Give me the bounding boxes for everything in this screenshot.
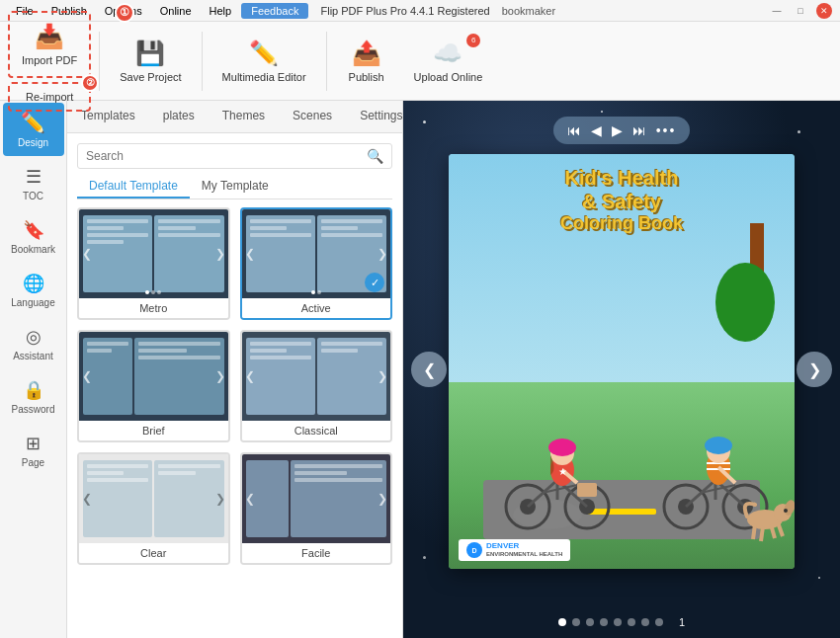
book-title-area: Kid's Health & Safety Coloring Book [449,166,795,234]
search-icon: 🔍 [367,148,383,164]
active-nav-right-icon: ❯ [378,247,387,261]
star-5 [601,111,603,113]
search-bar[interactable]: 🔍 [77,143,392,169]
book-title-line1: Kid's Health [449,166,795,190]
toolbar: ① 📥 Import PDF ② Re-import 💾 Save Projec… [0,22,840,101]
sidebar-item-bookmark[interactable]: 🔖 Bookmark [3,211,64,263]
sidebar-item-language-label: Language [11,297,55,308]
sidebar-item-language[interactable]: 🌐 Language [3,265,64,316]
menu-help[interactable]: Help [202,3,240,19]
save-project-icon: 💾 [135,40,165,67]
template-classical[interactable]: ❮ ❯ Classical [240,330,393,442]
preview-area: ⏮ ◀ ▶ ⏭ ••• Kid's Health & Safety [403,101,840,638]
book-illustration: ★ [449,347,795,544]
svg-rect-9 [577,483,597,497]
svg-line-34 [761,526,763,541]
panel-tabs: Templates plates Themes Scenes Settings [67,101,402,133]
play-next-button[interactable]: ▶ [612,122,623,138]
maximize-button[interactable]: □ [793,3,808,19]
template-brief-label: Brief [79,421,228,440]
menu-feedback[interactable]: Feedback [241,3,308,19]
sidebar-item-password-label: Password [12,404,55,415]
preview-dot-2[interactable] [572,618,580,626]
template-metro-thumb: ❮ ❯ [79,209,228,298]
import-group: ① 📥 Import PDF ② Re-import [8,11,91,112]
book-title-line2: & Safety [449,190,795,213]
page-icon: ⊞ [26,433,41,454]
tab-scenes[interactable]: Scenes [279,101,346,132]
star-1 [423,120,426,123]
sidebar-item-assistant[interactable]: ◎ Assistant [3,318,64,369]
play-more-button[interactable]: ••• [656,122,677,138]
preview-dot-1[interactable] [558,618,566,626]
preview-nav-right-button[interactable]: ❯ [797,352,832,387]
user-name: bookmaker [502,5,555,17]
classical-nav-right-icon: ❯ [378,369,387,383]
denver-sub: ENVIRONMENTAL HEALTH [486,551,562,558]
search-input[interactable] [86,149,363,163]
template-clear-label: Clear [79,543,228,563]
tab-plates[interactable]: plates [149,101,209,132]
toc-icon: ☰ [26,166,42,188]
tab-themes[interactable]: Themes [209,101,279,132]
main-layout: ✏️ Design ☰ TOC 🔖 Bookmark 🌐 Language ◎ … [0,101,840,638]
preview-dot-5[interactable] [614,618,622,626]
sidebar-item-toc[interactable]: ☰ TOC [3,158,64,209]
reimport-button[interactable]: ② Re-import [8,82,91,112]
template-active-label: Active [242,298,391,318]
preview-dot-8[interactable] [655,618,663,626]
template-clear-thumb: ❮ ❯ [79,454,228,543]
sidebar-item-toc-label: TOC [23,191,43,201]
subtab-default[interactable]: Default Template [77,175,190,199]
sidebar-item-page[interactable]: ⊞ Page [3,425,64,476]
template-brief[interactable]: ❮ ❯ Brief [77,330,230,442]
template-metro[interactable]: ❮ ❯ Metro [77,207,230,320]
preview-dot-7[interactable] [641,618,649,626]
preview-page-number: 1 [679,616,685,628]
play-first-button[interactable]: ⏮ [567,122,581,138]
multimedia-editor-button[interactable]: ✏️ Multimedia Editor [210,28,318,95]
toolbar-divider-1 [99,32,100,91]
template-facile[interactable]: ❮ ❯ Facile [240,452,393,565]
upload-online-button[interactable]: 6 ☁️ Upload Online [402,28,495,95]
save-project-button[interactable]: 💾 Save Project [108,28,193,95]
multimedia-editor-icon: ✏️ [249,40,279,67]
upload-badge: 6 [466,34,480,47]
star-7 [818,577,820,579]
preview-nav-left-button[interactable]: ❮ [411,352,447,387]
sidebar-item-password[interactable]: 🔒 Password [3,371,64,423]
template-classical-thumb: ❮ ❯ [242,332,391,421]
design-icon: ✏️ [21,111,45,134]
template-clear[interactable]: ❮ ❯ Clear [77,452,230,565]
publish-button[interactable]: 📤 Publish [335,28,398,95]
book-title-line3: Coloring Book [449,213,795,234]
publish-icon: 📤 [352,40,381,67]
sidebar-item-design-label: Design [18,137,48,148]
reimport-label: Re-import [26,91,73,103]
multimedia-editor-label: Multimedia Editor [222,71,306,83]
preview-dot-3[interactable] [586,618,594,626]
star-6 [423,556,426,559]
denver-circle-icon: D [466,542,482,558]
play-prev-button[interactable]: ◀ [591,122,602,138]
preview-bottom: 1 [558,616,685,628]
annotation-2: ② [81,74,99,92]
minimize-button[interactable]: — [769,3,785,19]
close-button[interactable]: ✕ [816,3,832,19]
save-project-label: Save Project [120,71,181,83]
import-pdf-button[interactable]: ① 📥 Import PDF [8,11,91,78]
import-pdf-label: Import PDF [22,54,77,66]
svg-text:★: ★ [558,466,567,477]
subtab-my[interactable]: My Template [190,175,281,199]
preview-dot-4[interactable] [600,618,608,626]
sidebar-icons: ✏️ Design ☰ TOC 🔖 Bookmark 🌐 Language ◎ … [0,101,67,638]
play-last-button[interactable]: ⏭ [632,122,646,138]
preview-dot-6[interactable] [628,618,635,626]
template-active[interactable]: ❮ ❯ ✓ Active [240,207,393,320]
assistant-icon: ◎ [26,326,42,348]
password-icon: 🔒 [23,379,44,401]
star-3 [798,130,800,133]
brief-nav-left-icon: ❮ [82,369,92,383]
metro-nav-left-icon: ❮ [82,247,92,261]
menu-online[interactable]: Online [152,3,200,19]
